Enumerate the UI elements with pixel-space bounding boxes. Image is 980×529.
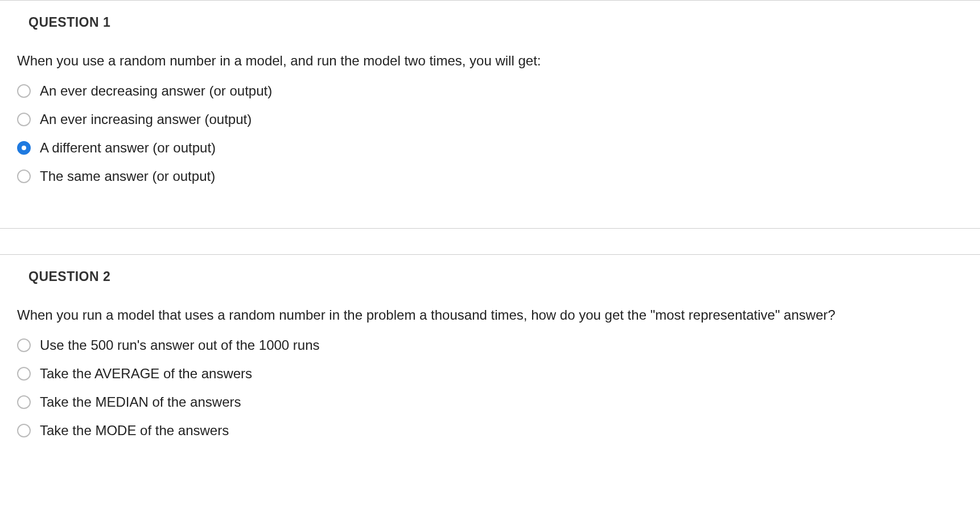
option-label: An ever decreasing answer (or output): [40, 83, 272, 99]
option-label: The same answer (or output): [40, 168, 215, 184]
quiz-page: QUESTION 1 When you use a random number …: [0, 0, 980, 462]
options-list: Use the 500 run's answer out of the 1000…: [0, 337, 980, 439]
radio-icon[interactable]: [17, 84, 31, 98]
radio-icon[interactable]: [17, 395, 31, 409]
radio-icon[interactable]: [17, 141, 31, 155]
option-label: Take the MODE of the answers: [40, 423, 229, 439]
radio-icon[interactable]: [17, 170, 31, 183]
option-label: Use the 500 run's answer out of the 1000…: [40, 337, 320, 353]
radio-icon[interactable]: [17, 367, 31, 381]
question-title: QUESTION 1: [0, 15, 980, 30]
option-row[interactable]: Take the MODE of the answers: [17, 423, 980, 439]
option-label: Take the MEDIAN of the answers: [40, 394, 241, 410]
option-row[interactable]: Take the MEDIAN of the answers: [17, 394, 980, 410]
option-row[interactable]: The same answer (or output): [17, 168, 980, 184]
question-prompt: When you run a model that uses a random …: [0, 307, 980, 323]
radio-icon[interactable]: [17, 338, 31, 352]
option-label: Take the AVERAGE of the answers: [40, 366, 252, 382]
option-row[interactable]: An ever increasing answer (output): [17, 111, 980, 127]
option-row[interactable]: Use the 500 run's answer out of the 1000…: [17, 337, 980, 353]
radio-icon[interactable]: [17, 113, 31, 126]
options-list: An ever decreasing answer (or output) An…: [0, 83, 980, 184]
option-row[interactable]: Take the AVERAGE of the answers: [17, 366, 980, 382]
option-label: An ever increasing answer (output): [40, 111, 252, 127]
radio-icon[interactable]: [17, 424, 31, 437]
option-row[interactable]: A different answer (or output): [17, 140, 980, 156]
question-block-2: QUESTION 2 When you run a model that use…: [0, 254, 980, 462]
question-prompt: When you use a random number in a model,…: [0, 53, 980, 69]
option-row[interactable]: An ever decreasing answer (or output): [17, 83, 980, 99]
question-title: QUESTION 2: [0, 269, 980, 284]
option-label: A different answer (or output): [40, 140, 216, 156]
question-block-1: QUESTION 1 When you use a random number …: [0, 0, 980, 229]
